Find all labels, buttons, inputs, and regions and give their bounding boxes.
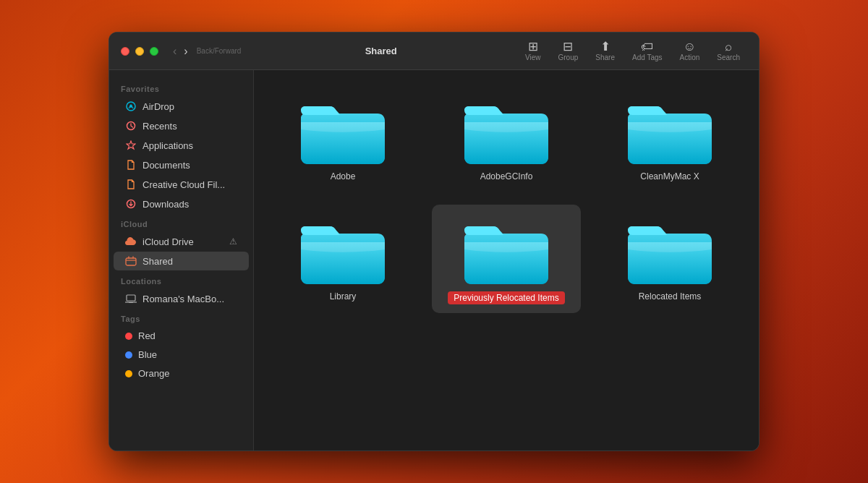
maximize-button[interactable]: [150, 47, 158, 56]
view-icon: ⊞: [528, 40, 538, 53]
orange-tag-dot: [125, 370, 132, 377]
folder-previously-relocated[interactable]: Previously Relocated Items: [432, 205, 581, 313]
svg-rect-5: [127, 295, 135, 301]
folder-adobegcinfo[interactable]: AdobeGCInfo: [432, 85, 581, 190]
orange-tag-label: Orange: [138, 368, 169, 379]
airdrop-label: AirDrop: [142, 101, 174, 112]
icloud-drive-icon: [125, 236, 137, 247]
creative-cloud-label: Creative Cloud Fil...: [142, 179, 225, 190]
sidebar-item-tag-red[interactable]: Red: [114, 327, 249, 345]
tags-icon: 🏷: [641, 40, 653, 53]
shared-label: Shared: [142, 256, 173, 267]
close-button[interactable]: [121, 47, 129, 56]
favorites-section-label: Favorites: [109, 79, 253, 96]
folder-cleanmymac-icon: [626, 93, 713, 166]
icloud-section-label: iCloud: [109, 214, 253, 231]
tags-label: Add Tags: [632, 54, 663, 61]
shared-icon: [125, 255, 137, 267]
recents-label: Recents: [142, 121, 177, 132]
documents-icon: [125, 159, 137, 171]
share-button[interactable]: ⬆ Share: [588, 38, 622, 64]
sidebar-item-shared[interactable]: Shared: [114, 252, 249, 270]
folder-library[interactable]: Library: [268, 205, 417, 313]
applications-label: Applications: [142, 140, 193, 151]
folder-adobegcinfo-icon: [463, 93, 550, 166]
sidebar-item-downloads[interactable]: Downloads: [114, 195, 249, 213]
sidebar-item-tag-blue[interactable]: Blue: [114, 346, 249, 364]
folder-previously-relocated-icon: [463, 213, 550, 286]
sidebar-item-documents[interactable]: Documents: [114, 155, 249, 174]
locations-section-label: Locations: [109, 271, 253, 288]
group-label: Group: [558, 54, 579, 61]
recents-icon: [125, 120, 137, 132]
view-label: View: [525, 54, 541, 61]
folder-cleanmymac-label: CleanMyMac X: [640, 171, 699, 181]
applications-icon: [125, 140, 137, 151]
minimize-button[interactable]: [135, 47, 144, 56]
action-icon: ☺: [684, 40, 696, 53]
downloads-icon: [125, 198, 137, 210]
blue-tag-dot: [125, 351, 132, 359]
sidebar-item-macbook[interactable]: Romana's MacBo...: [114, 289, 249, 308]
back-button[interactable]: ‹: [170, 43, 179, 59]
sidebar-item-airdrop[interactable]: AirDrop: [114, 97, 249, 116]
group-icon: ⊟: [563, 40, 573, 53]
view-button[interactable]: ⊞ View: [518, 38, 548, 64]
folder-cleanmymac[interactable]: CleanMyMac X: [595, 85, 744, 190]
red-tag-dot: [125, 333, 132, 340]
folder-relocated-items[interactable]: Relocated Items: [595, 205, 744, 313]
share-icon: ⬆: [600, 40, 610, 53]
creative-cloud-icon: [125, 179, 137, 190]
sidebar-item-icloud-drive[interactable]: iCloud Drive ⚠: [114, 232, 249, 251]
main-content: Adobe: [254, 70, 759, 450]
nav-buttons: ‹ ›: [170, 43, 191, 59]
group-button[interactable]: ⊟ Group: [551, 38, 586, 64]
svg-rect-6: [129, 302, 133, 303]
folder-adobe-label: Adobe: [331, 171, 356, 181]
action-button[interactable]: ☺ Action: [673, 38, 707, 64]
airdrop-icon: [125, 101, 137, 112]
warning-icon: ⚠: [229, 236, 237, 247]
titlebar: ‹ › Back/Forward Shared ⊞ View ⊟ Group: [109, 33, 759, 70]
folder-library-icon: [299, 213, 386, 286]
documents-label: Documents: [142, 160, 190, 171]
red-tag-label: Red: [138, 330, 156, 341]
search-label: Search: [717, 54, 740, 61]
sidebar: Favorites AirDrop: [109, 70, 254, 450]
folders-grid: Adobe: [268, 85, 744, 313]
downloads-label: Downloads: [142, 199, 189, 210]
content-area: Favorites AirDrop: [109, 70, 759, 450]
macbook-label: Romana's MacBo...: [142, 294, 224, 304]
forward-button[interactable]: ›: [181, 43, 190, 59]
sidebar-item-creative-cloud[interactable]: Creative Cloud Fil...: [114, 175, 249, 194]
sidebar-item-tag-orange[interactable]: Orange: [114, 364, 249, 382]
add-tags-button[interactable]: 🏷 Add Tags: [625, 38, 670, 64]
folder-previously-relocated-label: Previously Relocated Items: [448, 291, 564, 304]
folder-relocated-items-icon: [626, 213, 713, 286]
back-forward-label: Back/Forward: [197, 47, 242, 55]
window-title: Shared: [365, 46, 397, 56]
svg-rect-4: [126, 258, 136, 265]
folder-library-label: Library: [330, 291, 357, 302]
folder-adobegcinfo-label: AdobeGCInfo: [480, 171, 533, 181]
folder-adobe-icon: [299, 93, 386, 166]
search-icon: ⌕: [725, 40, 732, 53]
search-button[interactable]: ⌕ Search: [710, 38, 747, 64]
action-label: Action: [680, 54, 700, 61]
share-label: Share: [595, 54, 615, 61]
folder-adobe[interactable]: Adobe: [268, 85, 417, 190]
blue-tag-label: Blue: [138, 349, 157, 360]
folder-relocated-items-label: Relocated Items: [639, 291, 702, 302]
tags-section-label: Tags: [109, 309, 253, 326]
icloud-drive-label: iCloud Drive: [142, 236, 194, 247]
macbook-icon: [125, 293, 137, 304]
sidebar-item-recents[interactable]: Recents: [114, 116, 249, 135]
finder-window: ‹ › Back/Forward Shared ⊞ View ⊟ Group: [109, 32, 760, 451]
sidebar-item-applications[interactable]: Applications: [114, 136, 249, 155]
traffic-lights: [121, 47, 158, 56]
